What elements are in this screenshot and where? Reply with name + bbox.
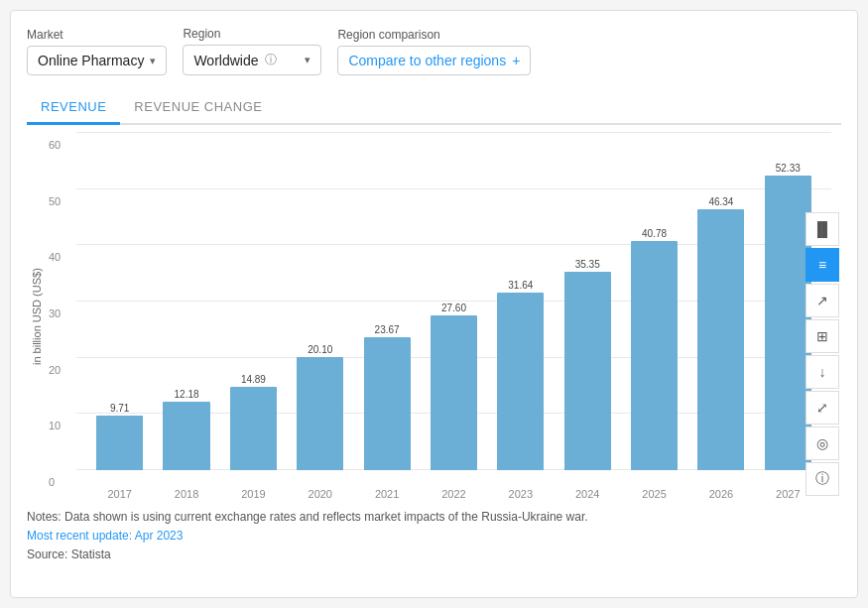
x-label: 2021 [353,488,420,500]
bar [765,176,811,470]
bar [697,209,744,470]
tab-revenue[interactable]: REVENUE [27,91,120,125]
bar-chart-icon[interactable]: ▐▌ [806,212,839,246]
info-icon[interactable]: ⓘ [806,462,839,496]
x-label: 2020 [287,488,353,500]
notes-section: Notes: Data shown is using current excha… [27,508,841,565]
bar [431,315,477,470]
comparison-filter-group: Region comparison Compare to other regio… [337,28,531,75]
line-chart-icon[interactable]: ↗ [806,284,839,317]
sidebar-tools: ▐▌≡↗⊞↓⤢◎ⓘ [806,212,841,496]
bar [364,337,411,470]
bar [564,272,611,470]
bar-wrapper[interactable]: 14.89 [220,133,287,470]
y-tick-label: 20 [49,364,61,376]
x-label: 2022 [421,488,487,500]
x-labels: 2017201820192020202120222023202420252026… [76,470,831,500]
notes-line1: Notes: Data shown is using current excha… [27,508,841,527]
bar [230,387,277,470]
bar-wrapper[interactable]: 35.35 [555,133,621,470]
market-value: Online Pharmacy [38,53,144,68]
download-icon[interactable]: ↓ [806,355,839,389]
y-axis-label: in billion USD (US$) [27,133,47,500]
notes-line3: Source: Statista [27,546,841,564]
bar-wrapper[interactable]: 12.18 [153,133,219,470]
y-tick-label: 30 [49,307,61,319]
region-info-icon: ⓘ [265,52,277,68]
x-label: 2017 [86,488,153,500]
bars-container: 9.7112.1814.8920.1023.6727.6031.6435.354… [76,133,831,470]
y-tick-label: 60 [49,139,61,151]
table-icon[interactable]: ≡ [806,248,839,282]
region-dropdown[interactable]: Worldwide ⓘ ▾ [183,45,321,75]
bar [631,241,678,470]
market-label: Market [27,28,167,42]
bar-value-label: 14.89 [241,374,266,385]
x-label: 2024 [555,488,621,500]
region-value: Worldwide [193,53,258,68]
compare-button[interactable]: Compare to other regions + [337,46,531,75]
expand-icon[interactable]: ⤢ [806,391,839,425]
market-filter-group: Market Online Pharmacy ▾ [27,28,167,75]
bar [163,402,209,470]
tab-revenue-change[interactable]: REVENUE CHANGE [120,91,276,125]
compare-plus-icon: + [512,53,520,68]
filter-icon[interactable]: ◎ [806,426,839,460]
y-tick-label: 40 [49,251,61,263]
bar-value-label: 23.67 [375,324,400,335]
market-chevron-icon: ▾ [150,55,156,67]
chart-inner: 6050403020100 9.7112.1814.8920.1023.6727… [47,133,841,500]
bar-wrapper[interactable]: 9.71 [86,133,153,470]
bar-value-label: 9.71 [110,403,129,414]
tabs-row: REVENUE REVENUE CHANGE [27,91,841,125]
notes-line2[interactable]: Most recent update: Apr 2023 [27,529,183,543]
bar-value-label: 40.78 [642,228,667,239]
bar-wrapper[interactable]: 27.60 [421,133,487,470]
bar-value-label: 35.35 [575,259,600,270]
chart-area: in billion USD (US$) 6050403020100 9.711… [27,133,841,500]
bar-value-label: 27.60 [441,303,466,313]
region-label: Region [183,27,321,41]
bar-value-label: 12.18 [175,389,199,400]
bar-wrapper[interactable]: 23.67 [353,133,420,470]
market-dropdown[interactable]: Online Pharmacy ▾ [27,46,167,75]
x-label: 2026 [687,488,754,500]
bar-value-label: 31.64 [508,280,533,291]
y-tick-label: 10 [49,420,61,431]
main-container: Market Online Pharmacy ▾ Region Worldwid… [10,10,858,598]
bar-value-label: 20.10 [308,344,332,355]
filters-row: Market Online Pharmacy ▾ Region Worldwid… [27,27,841,75]
bar-value-label: 52.33 [776,163,801,174]
compare-button-label: Compare to other regions [348,53,506,68]
x-label: 2018 [153,488,219,500]
region-chevron-icon: ▾ [305,54,310,66]
bar [96,416,143,470]
grid-icon[interactable]: ⊞ [806,319,839,353]
bar-value-label: 46.34 [708,196,733,207]
region-filter-group: Region Worldwide ⓘ ▾ [183,27,321,75]
bar [497,293,544,470]
bar-wrapper[interactable]: 31.64 [487,133,554,470]
comparison-label: Region comparison [337,28,531,42]
x-label: 2025 [621,488,687,500]
bar-wrapper[interactable]: 20.10 [287,133,353,470]
x-label: 2019 [220,488,287,500]
y-tick-label: 50 [49,195,61,207]
y-tick-label: 0 [49,476,55,488]
bar-wrapper[interactable]: 40.78 [621,133,687,470]
bar-wrapper[interactable]: 46.34 [687,133,754,470]
bar [297,357,343,470]
x-label: 2023 [487,488,554,500]
